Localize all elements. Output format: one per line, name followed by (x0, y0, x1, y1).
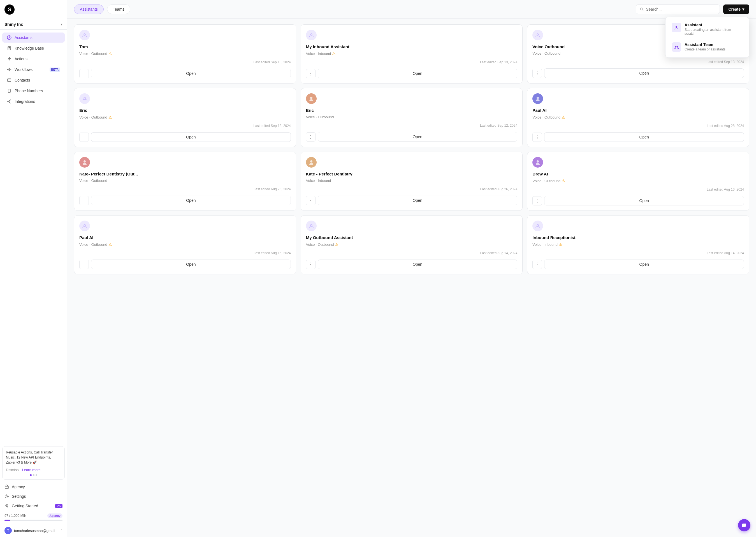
assistant-avatar (79, 93, 90, 104)
dropdown-item-team-title: Assistant Team (685, 42, 726, 47)
sidebar-item-workflows[interactable]: Workflows BETA (2, 64, 65, 74)
sidebar-item-assistants[interactable]: Assistants (2, 32, 65, 43)
dropdown-item-assistant-subtitle: Start creating an assistant from scratch (685, 28, 743, 36)
tab-teams[interactable]: Teams (107, 5, 130, 14)
search-box (636, 5, 720, 14)
search-input[interactable] (646, 7, 716, 12)
more-options-button[interactable]: ⋮ (533, 260, 542, 269)
user-profile-row[interactable]: T tomcharlesosman@gmail ⌃ (0, 524, 67, 537)
promo-learn-more-button[interactable]: Learn more (22, 467, 41, 473)
sidebar-item-getting-started[interactable]: Getting Started 0% (0, 501, 67, 511)
sidebar-item-phone-numbers[interactable]: Phone Numbers (2, 86, 65, 96)
chat-bubble-button[interactable] (738, 519, 750, 531)
open-button[interactable]: Open (318, 69, 518, 78)
open-button[interactable]: Open (91, 196, 291, 205)
card-footer: Last edited Sep 12, 2024 (306, 124, 518, 128)
sidebar-item-integrations[interactable]: Integrations (2, 97, 65, 106)
assistant-type: Voice · Inbound (306, 179, 518, 183)
card-actions: ⋮ Open (79, 132, 291, 142)
card-footer: Last edited Aug 15, 2024 (79, 251, 291, 255)
assistant-card-my-outbound: My Outbound Assistant Voice · Outbound ⚠… (301, 215, 523, 274)
card-footer: Last edited Aug 26, 2024 (306, 187, 518, 191)
rocket-icon (5, 504, 9, 508)
dropdown-item-team[interactable]: Assistant Team Create a team of assistan… (668, 39, 747, 55)
svg-point-16 (10, 102, 11, 103)
dropdown-item-assistant-text: Assistant Start creating an assistant fr… (685, 23, 743, 36)
card-footer: Last edited Aug 28, 2024 (533, 124, 744, 128)
open-button[interactable]: Open (91, 69, 291, 78)
sidebar-item-assistants-label: Assistants (15, 35, 32, 40)
assistant-card-eric-outbound: Eric Voice · Outbound ⚠ Last edited Sep … (74, 88, 296, 147)
assistant-date: Last edited Sep 13, 2024 (306, 60, 518, 64)
assistant-type: Voice · Inbound ⚠ (306, 51, 518, 56)
create-button-chevron-icon: ▾ (742, 7, 744, 12)
open-button[interactable]: Open (544, 196, 744, 205)
assistants-grid: Tom Voice · Outbound ⚠ Last edited Sep 1… (67, 19, 756, 280)
assistant-card-kate-inbound: Kate - Perfect Dentistry Voice · Inbound… (301, 152, 523, 211)
assistant-type: Voice · Outbound ⚠ (533, 115, 744, 119)
create-button[interactable]: Create ▾ (723, 5, 749, 14)
more-options-button[interactable]: ⋮ (306, 260, 315, 269)
card-actions: ⋮ Open (306, 196, 518, 205)
main-content: Assistants Teams Create ▾ Assistant Star… (67, 0, 756, 537)
svg-point-21 (676, 26, 677, 28)
assistant-name: Kate - Perfect Dentistry (306, 172, 518, 176)
open-button[interactable]: Open (544, 260, 744, 269)
svg-point-15 (10, 100, 11, 101)
open-button[interactable]: Open (318, 196, 518, 205)
open-button[interactable]: Open (544, 132, 744, 142)
assistant-avatar (533, 30, 543, 40)
sidebar-item-actions[interactable]: Actions (2, 54, 65, 64)
sidebar-item-settings[interactable]: Settings (0, 492, 67, 501)
svg-point-33 (84, 225, 86, 226)
sidebar-item-integrations-label: Integrations (15, 99, 35, 104)
logo-icon: S (5, 5, 15, 15)
more-options-button[interactable]: ⋮ (306, 132, 315, 142)
assistant-avatar (533, 93, 543, 104)
more-options-button[interactable]: ⋮ (533, 133, 542, 142)
tab-assistants[interactable]: Assistants (74, 5, 104, 14)
more-options-button[interactable]: ⋮ (79, 133, 89, 142)
card-footer: Last edited Aug 14, 2024 (533, 251, 744, 255)
assistant-avatar (306, 157, 317, 168)
assistant-type: Voice · Outbound ⚠ (533, 179, 744, 183)
more-options-button[interactable]: ⋮ (306, 69, 315, 78)
more-options-button[interactable]: ⋮ (79, 260, 89, 269)
org-selector[interactable]: Shiny Inc ▾ (0, 19, 67, 30)
svg-rect-17 (5, 486, 8, 488)
team-dropdown-icon (672, 42, 681, 52)
open-button[interactable]: Open (91, 260, 291, 269)
card-actions: ⋮ Open (533, 132, 744, 142)
promo-dismiss-button[interactable]: Dismiss (6, 467, 19, 473)
svg-point-19 (6, 505, 7, 506)
sidebar-item-agency[interactable]: Agency (0, 482, 67, 492)
more-options-button[interactable]: ⋮ (306, 196, 315, 205)
open-button[interactable]: Open (318, 260, 518, 269)
sidebar-item-knowledge-base[interactable]: Knowledge Base (2, 43, 65, 53)
sidebar-item-contacts[interactable]: Contacts (2, 75, 65, 85)
more-options-button[interactable]: ⋮ (79, 69, 89, 78)
more-options-button[interactable]: ⋮ (533, 196, 542, 205)
svg-point-29 (537, 97, 539, 99)
assistant-card-inbound-receptionist: Inbound Receptionist Voice · Inbound ⚠ L… (527, 215, 749, 274)
open-button[interactable]: Open (318, 132, 518, 142)
open-button[interactable]: Open (544, 68, 744, 78)
card-actions: ⋮ Open (533, 260, 744, 269)
dropdown-item-assistant[interactable]: Assistant Start creating an assistant fr… (668, 19, 747, 39)
logo-area: S (0, 0, 67, 19)
assistant-card-paul-ai: Paul AI Voice · Outbound ⚠ Last edited A… (527, 88, 749, 147)
svg-point-20 (641, 8, 643, 10)
assistant-avatar (79, 30, 90, 40)
assistant-avatar (306, 30, 317, 40)
assistant-date: Last edited Sep 12, 2024 (306, 124, 518, 128)
more-options-button[interactable]: ⋮ (79, 196, 89, 205)
dropdown-item-team-text: Assistant Team Create a team of assistan… (685, 42, 726, 51)
assistant-dropdown-icon (672, 23, 681, 32)
more-options-button[interactable]: ⋮ (533, 69, 542, 78)
card-actions: ⋮ Open (79, 260, 291, 269)
assistant-date: Last edited Aug 26, 2024 (79, 187, 291, 191)
assistant-name: Kate- Perfect Dentistry (Out... (79, 172, 291, 176)
open-button[interactable]: Open (91, 132, 291, 142)
svg-rect-10 (8, 79, 11, 82)
warning-icon: ⚠ (332, 51, 336, 56)
